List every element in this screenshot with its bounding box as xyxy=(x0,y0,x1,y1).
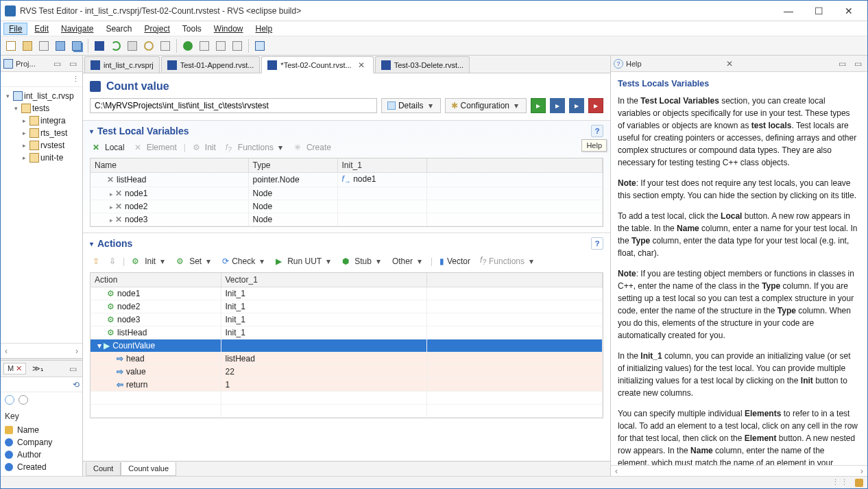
help-body[interactable]: Tests Locals Variables In the Test Local… xyxy=(611,72,867,465)
tree-root[interactable]: ▾int_list_c.rvsp xyxy=(2,90,81,102)
link-icon[interactable]: ⟲ xyxy=(73,380,80,390)
tree-item[interactable]: ▸rvstest xyxy=(2,139,81,152)
menu-search[interactable]: Search xyxy=(100,23,137,35)
menu-project[interactable]: Project xyxy=(138,23,175,35)
tb-run-icon[interactable] xyxy=(180,38,195,53)
meta-tab-2[interactable]: ≫₁ xyxy=(29,363,47,374)
help-icon: ? xyxy=(614,59,623,69)
menu-navigate[interactable]: Navigate xyxy=(56,23,99,35)
tree-hscroll[interactable]: ‹ › xyxy=(1,343,82,358)
tb-saveall-icon[interactable] xyxy=(69,38,84,53)
editor-tabs: int_list_c.rvsprj Test-01-Append.rvst...… xyxy=(83,56,610,73)
functions-action-button[interactable]: f?Functions▾ xyxy=(477,254,538,267)
stub-button[interactable]: ⬢Stub▾ xyxy=(339,255,385,267)
menu-edit[interactable]: Edit xyxy=(29,23,54,35)
view-menu-icon[interactable]: ⋮ xyxy=(72,75,80,84)
tb-flag-icon[interactable] xyxy=(92,38,107,53)
tb-refresh-icon[interactable] xyxy=(108,38,123,53)
clock-icon[interactable] xyxy=(19,395,28,405)
col-type[interactable]: Type xyxy=(248,158,337,173)
status-warn-icon[interactable] xyxy=(855,479,863,487)
bottom-tab-count-value[interactable]: Count value xyxy=(121,462,176,476)
editor-tab-active[interactable]: *Test-02-Count.rvst...✕ xyxy=(261,56,373,73)
meta-min-icon[interactable]: ▭ xyxy=(67,364,80,374)
menu-file[interactable]: File xyxy=(3,23,27,35)
down-button[interactable]: ⇩ xyxy=(106,255,119,267)
local-button[interactable]: ✕Local xyxy=(90,141,128,154)
actions-section-header[interactable]: ▾ Actions ? xyxy=(90,237,603,250)
tree-item[interactable]: ▸integra xyxy=(2,115,81,127)
actions-help-button[interactable]: ? xyxy=(591,237,603,250)
up-button[interactable]: ⇧ xyxy=(90,255,102,267)
set-button[interactable]: ⚙Set▾ xyxy=(173,255,215,267)
help-close-icon[interactable]: ✕ xyxy=(723,59,736,69)
help-hscroll[interactable]: ‹› xyxy=(611,465,867,476)
run-uut-button[interactable]: ▶Run UUT▾ xyxy=(273,255,335,267)
status-dots-icon[interactable]: ⋮⋮ xyxy=(832,478,849,487)
tb-search-icon[interactable] xyxy=(141,38,156,53)
nav-btn-2[interactable]: ▸ xyxy=(550,98,565,113)
project-tree[interactable]: ▾int_list_c.rvsp ▾tests ▸integra ▸rts_te… xyxy=(1,87,82,343)
globe-icon[interactable] xyxy=(5,395,14,405)
tb-filter-icon[interactable] xyxy=(230,38,245,53)
tb-step2-icon[interactable] xyxy=(213,38,228,53)
locals-section-header[interactable]: ▾ Test Local Variables ? Help xyxy=(90,125,603,137)
editor-tab[interactable]: int_list_c.rvsprj xyxy=(84,56,160,73)
tb-persp-icon[interactable] xyxy=(252,38,267,53)
maximize-button[interactable]: ☐ xyxy=(804,3,833,19)
create-button[interactable]: ✳Create xyxy=(291,141,334,154)
collapse-icon[interactable]: ▾ xyxy=(90,240,93,248)
path-input[interactable] xyxy=(90,98,377,113)
actions-row: ⚙listHeadInit_1 xyxy=(91,326,603,339)
element-button[interactable]: ✕Element xyxy=(132,141,180,154)
tb-import-icon[interactable] xyxy=(36,38,51,53)
tree-item[interactable]: ▸rts_test xyxy=(2,127,81,139)
collapse-icon[interactable]: ▾ xyxy=(90,128,93,135)
minimize-button[interactable]: — xyxy=(774,3,803,19)
configuration-button[interactable]: ✱Configuration▾ xyxy=(445,98,527,113)
locals-table[interactable]: Name Type Init_1 ✕listHeadpointer.Nodef→… xyxy=(90,158,603,227)
functions-button[interactable]: f?Functions▾ xyxy=(223,141,287,154)
project-view-close-icon[interactable]: ▭ xyxy=(67,59,80,69)
tb-tree-icon[interactable] xyxy=(158,38,173,53)
help-tooltip: Help xyxy=(581,139,607,152)
init-action-button[interactable]: ⚙Init▾ xyxy=(129,255,169,267)
file-icon xyxy=(381,60,391,70)
tb-link-icon[interactable] xyxy=(125,38,140,53)
col-init[interactable]: Init_1 xyxy=(337,158,426,173)
tree-folder-tests[interactable]: ▾tests xyxy=(2,102,81,115)
tab-close-icon[interactable]: ✕ xyxy=(355,60,367,70)
tree-item[interactable]: ▸unit-te xyxy=(2,152,81,164)
help-pane: ? Help ✕ ▭ ▭ Tests Locals Variables In t… xyxy=(610,56,867,476)
col-action[interactable]: Action xyxy=(91,273,221,287)
nav-btn-3[interactable]: ▸ xyxy=(569,98,584,113)
locals-help-button[interactable]: ? Help xyxy=(591,125,603,137)
menu-window[interactable]: Window xyxy=(208,23,249,35)
bottom-tab-count[interactable]: Count xyxy=(86,462,121,476)
nav-btn-1[interactable]: ▸ xyxy=(531,98,546,113)
locals-toolbar: ✕Local ✕Element | ⚙Init f?Functions▾ ✳Cr… xyxy=(90,137,603,158)
nav-btn-4[interactable]: ▸ xyxy=(588,98,603,113)
close-button[interactable]: ✕ xyxy=(834,3,863,19)
project-view-min-icon[interactable]: ▭ xyxy=(51,59,64,69)
actions-table[interactable]: Action Vector_1 ⚙node1Init_1 ⚙node2Init_… xyxy=(90,272,603,418)
form-path-row: Details▾ ✱Configuration▾ ▸ ▸ ▸ ▸ xyxy=(83,95,610,120)
check-button[interactable]: ⟳Check▾ xyxy=(219,255,269,267)
tb-step-icon[interactable] xyxy=(197,38,212,53)
tb-new-icon[interactable] xyxy=(3,38,19,53)
init-button[interactable]: ⚙Init xyxy=(190,141,219,154)
col-name[interactable]: Name xyxy=(91,158,248,173)
details-button[interactable]: Details▾ xyxy=(381,98,441,113)
menu-tools[interactable]: Tools xyxy=(177,23,207,35)
meta-tab-1[interactable]: M ✕ xyxy=(3,363,26,374)
editor-tab[interactable]: Test-03-Delete.rvst... xyxy=(375,56,470,73)
help-max-icon[interactable]: ▭ xyxy=(852,59,865,69)
tb-open-icon[interactable] xyxy=(20,38,35,53)
col-vector[interactable]: Vector_1 xyxy=(221,273,426,287)
editor-tab[interactable]: Test-01-Append.rvst... xyxy=(161,56,261,73)
vector-button[interactable]: ▮Vector xyxy=(437,255,473,267)
other-button[interactable]: Other▾ xyxy=(389,255,426,267)
tb-save-icon[interactable] xyxy=(53,38,68,53)
help-min-icon[interactable]: ▭ xyxy=(836,59,849,69)
menu-help[interactable]: Help xyxy=(250,23,278,35)
